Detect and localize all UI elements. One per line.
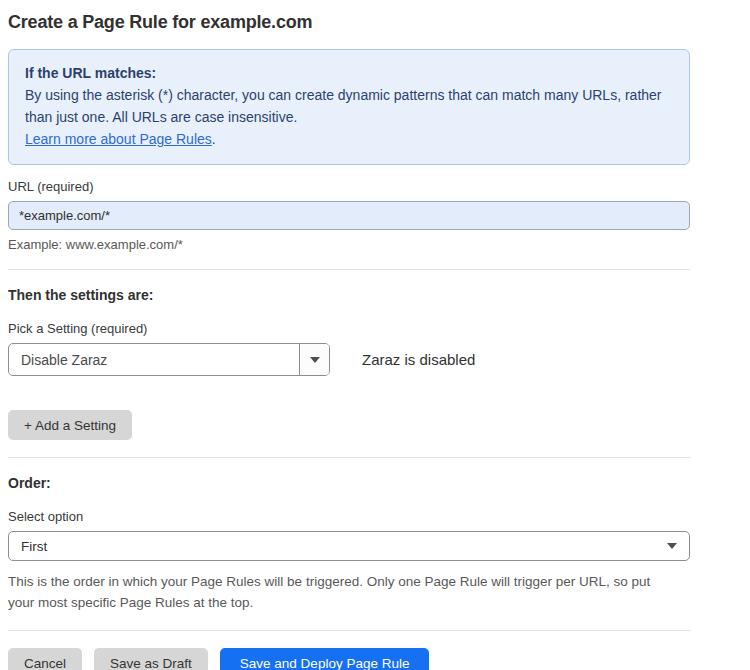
caret-down-icon: [310, 357, 320, 363]
url-input[interactable]: [8, 201, 690, 230]
setting-row: Disable Zaraz Zaraz is disabled: [8, 343, 690, 376]
url-field-label: URL (required): [8, 179, 690, 194]
add-setting-button[interactable]: + Add a Setting: [8, 410, 132, 440]
learn-more-link[interactable]: Learn more about Page Rules: [25, 131, 212, 147]
divider: [8, 630, 690, 631]
save-draft-button[interactable]: Save as Draft: [94, 648, 208, 670]
form-actions: Cancel Save as Draft Save and Deploy Pag…: [8, 648, 690, 670]
order-help-text: This is the order in which your Page Rul…: [8, 571, 678, 613]
page-title: Create a Page Rule for example.com: [8, 12, 690, 33]
page-rule-form: Create a Page Rule for example.com If th…: [0, 0, 698, 670]
caret-down-icon: [667, 543, 677, 549]
order-select-value: First: [21, 539, 47, 554]
order-select[interactable]: First: [8, 531, 690, 561]
setting-dropdown-arrow-button[interactable]: [299, 344, 329, 375]
order-section-heading: Order:: [8, 475, 690, 491]
order-select-label: Select option: [8, 509, 690, 524]
info-box-link-line: Learn more about Page Rules.: [25, 128, 673, 150]
link-suffix: .: [212, 131, 216, 147]
divider: [8, 269, 690, 270]
url-example-hint: Example: www.example.com/*: [8, 237, 690, 252]
setting-status-text: Zaraz is disabled: [362, 351, 475, 368]
divider: [8, 457, 690, 458]
setting-picker-label: Pick a Setting (required): [8, 321, 690, 336]
settings-section-heading: Then the settings are:: [8, 287, 690, 303]
url-match-info-box: If the URL matches: By using the asteris…: [8, 49, 690, 165]
save-deploy-button[interactable]: Save and Deploy Page Rule: [220, 648, 430, 670]
cancel-button[interactable]: Cancel: [8, 648, 82, 670]
setting-dropdown-value: Disable Zaraz: [9, 344, 299, 375]
setting-dropdown[interactable]: Disable Zaraz: [8, 343, 330, 376]
info-box-body: By using the asterisk (*) character, you…: [25, 84, 673, 128]
info-box-heading: If the URL matches:: [25, 62, 673, 84]
